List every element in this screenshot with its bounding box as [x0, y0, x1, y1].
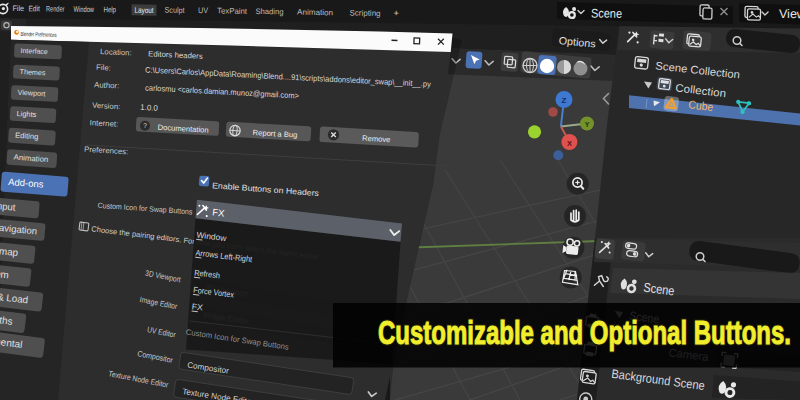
svg-text:Layout: Layout — [134, 6, 154, 15]
svg-text:Edit: Edit — [28, 4, 40, 13]
svg-text:Z: Z — [562, 96, 567, 105]
svg-text:Scene: Scene — [591, 7, 622, 21]
svg-text:File:: File: — [96, 63, 111, 73]
svg-text:Shading: Shading — [255, 7, 283, 17]
svg-text:Input: Input — [0, 200, 16, 213]
svg-text:Lights: Lights — [16, 109, 37, 119]
svg-text:Themes: Themes — [19, 67, 46, 77]
svg-text:X: X — [567, 139, 572, 148]
svg-text:Internet:: Internet: — [89, 118, 118, 128]
svg-text:Animation: Animation — [297, 8, 333, 18]
svg-text:Help: Help — [103, 5, 116, 14]
svg-text:Customizable and Optional Butt: Customizable and Optional Buttons. — [378, 314, 791, 351]
svg-text:Remove: Remove — [362, 134, 391, 145]
svg-text:Render: Render — [46, 4, 65, 13]
svg-text:FX: FX — [212, 206, 226, 218]
svg-text:UV: UV — [198, 6, 209, 15]
svg-text:Window: Window — [73, 5, 94, 14]
svg-text:Sculpt: Sculpt — [164, 6, 185, 15]
svg-text:View: View — [779, 7, 800, 21]
svg-text:1.0.0: 1.0.0 — [140, 103, 159, 113]
svg-text:Interface: Interface — [20, 47, 48, 55]
svg-text:TexPaint: TexPaint — [217, 6, 248, 16]
svg-text:Author:: Author: — [94, 80, 120, 90]
svg-text:File: File — [12, 4, 24, 13]
svg-text:+: + — [393, 8, 398, 18]
svg-text:Location:: Location: — [100, 47, 132, 57]
svg-text:?: ? — [143, 122, 147, 129]
svg-text:Blender Preferences: Blender Preferences — [20, 31, 56, 38]
svg-text:Y: Y — [585, 121, 590, 128]
svg-text:Scripting: Scripting — [349, 8, 380, 18]
svg-text:Viewport: Viewport — [17, 88, 45, 98]
svg-text:Version:: Version: — [92, 101, 121, 111]
svg-text:Editing: Editing — [15, 131, 39, 142]
